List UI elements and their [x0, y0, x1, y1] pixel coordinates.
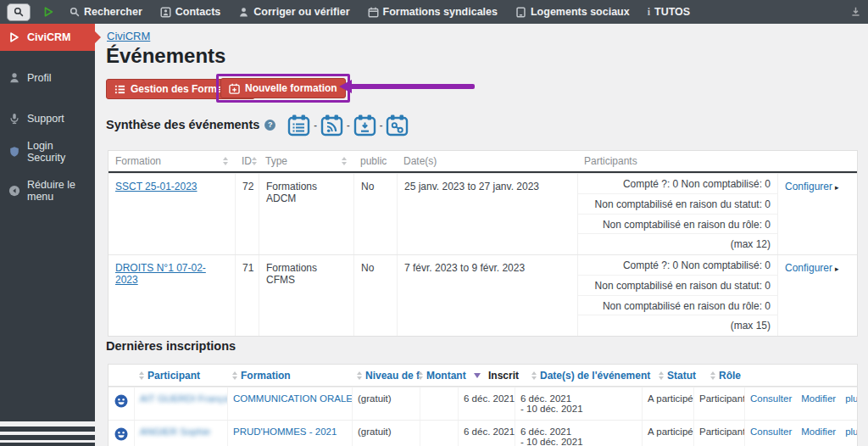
download-icon[interactable]: [850, 5, 861, 20]
registration-formation-link[interactable]: COMMUNICATION ORALE - 2021: [233, 393, 352, 404]
search-icon: [70, 7, 80, 17]
menu-item-label: Formations syndicales: [383, 6, 498, 18]
sort-icon: [357, 371, 362, 380]
main-content: CiviCRM Événements Gestion des Formation…: [95, 24, 868, 446]
col-header-dates[interactable]: Date(s): [397, 151, 577, 171]
participant-name-link[interactable]: AIT GUERDI Françoise: [140, 393, 227, 404]
registration-row: ANGIER Sophie PRUD'HOMMES - 2021 (gratui…: [108, 420, 857, 446]
col-header-formation[interactable]: Formation: [227, 370, 352, 382]
registrations-table: Participant Formation Niveau de frais Mo…: [108, 364, 858, 446]
calendar-link-icon[interactable]: [386, 114, 409, 137]
amount: [420, 387, 458, 420]
col-header-registered[interactable]: Inscrit: [470, 370, 526, 382]
calendar-icon: [368, 7, 379, 18]
avatar-icon: [114, 394, 128, 408]
contact-avatar[interactable]: [108, 387, 134, 420]
more-link[interactable]: plus: [845, 393, 857, 404]
participant-name-link[interactable]: ANGIER Sophie: [140, 426, 210, 437]
participation-status: A participé: [642, 387, 693, 420]
search-button[interactable]: [7, 3, 31, 21]
menu-item-rechercher[interactable]: Rechercher: [70, 6, 142, 18]
sort-icon: [659, 371, 664, 380]
contacts-icon: [160, 7, 171, 18]
event-dates: 6 déc. 2021 - 10 déc. 2021: [515, 387, 642, 420]
sort-icon: [418, 371, 423, 380]
view-link[interactable]: Consulter: [750, 393, 792, 404]
configure-link[interactable]: Configurer: [785, 181, 832, 192]
menu-item-logements[interactable]: Logements sociaux: [515, 6, 630, 18]
event-link[interactable]: SSCT 25-01-2023: [115, 181, 198, 192]
event-type: Formations CFMS: [259, 255, 353, 336]
menu-item-formations[interactable]: Formations syndicales: [368, 6, 498, 18]
sort-icon: [232, 371, 237, 380]
sidebar-item-civicrm[interactable]: CiviCRM: [0, 24, 95, 51]
col-header-fee-level[interactable]: Niveau de frais: [352, 370, 420, 382]
page-title: Événements: [106, 44, 225, 68]
event-public: No: [353, 255, 397, 336]
menu-item-tutos[interactable]: i TUTOS: [648, 6, 690, 19]
new-formation-label: Nouvelle formation: [245, 82, 337, 94]
contact-avatar[interactable]: [108, 421, 134, 446]
event-link[interactable]: DROITS N°1 07-02-2023: [115, 262, 206, 286]
participant-role: Participant: [693, 421, 744, 446]
participants-counted: Compté ?: 0 Non comptabilisé: 0: [578, 255, 777, 276]
calendar-download-icon[interactable]: [353, 114, 376, 137]
site-logo-icon[interactable]: [42, 6, 54, 18]
topbar-menu: Rechercher Contacts Corriger ou vérifier…: [70, 6, 690, 19]
collapse-arrow-icon: [8, 185, 20, 197]
col-header-status[interactable]: Statut: [654, 370, 705, 382]
sidebar-item-label: CiviCRM: [27, 31, 70, 43]
edit-link[interactable]: Modifier: [801, 426, 836, 437]
breadcrumb[interactable]: CiviCRM: [107, 30, 150, 42]
registrations-heading: Dernières inscriptions: [106, 339, 236, 353]
new-formation-button[interactable]: Nouvelle formation: [220, 78, 346, 98]
menu-item-label: Contacts: [175, 6, 220, 18]
user-icon: [238, 7, 249, 18]
list-table-icon: [114, 84, 125, 95]
col-header-event-dates[interactable]: Date(s) de l'événement: [526, 370, 654, 382]
user-icon: [8, 72, 20, 84]
registered-date: 6 déc. 2021: [458, 387, 515, 420]
event-participants: Compté ?: 0 Non comptabilisé: 0 Non comp…: [577, 174, 777, 254]
sidebar-item-support[interactable]: Support: [0, 105, 95, 132]
shield-icon: [8, 146, 20, 158]
sort-desc-icon: [474, 373, 481, 378]
col-header-formation[interactable]: Formation: [108, 151, 235, 171]
calendar-rss-icon[interactable]: [320, 114, 343, 137]
col-header-id[interactable]: ID: [235, 151, 259, 171]
info-icon: i: [648, 6, 650, 19]
calendar-list-icon[interactable]: [287, 114, 310, 137]
edit-link[interactable]: Modifier: [801, 393, 836, 404]
menu-item-contacts[interactable]: Contacts: [160, 6, 220, 18]
annotation-arrow: [339, 80, 475, 93]
menu-item-label: TUTOS: [654, 6, 690, 18]
col-header-amount[interactable]: Montant: [413, 370, 470, 382]
more-link[interactable]: plus: [845, 426, 857, 437]
sidebar-item-profil[interactable]: Profil: [0, 64, 95, 92]
participants-role: Non comptabilisé en raison du rôle: 0: [578, 296, 777, 316]
menu-item-label: Rechercher: [84, 6, 142, 18]
sidebar-item-collapse-menu[interactable]: Réduire le menu: [0, 171, 95, 210]
col-header-participant[interactable]: Participant: [134, 370, 227, 382]
col-header-public[interactable]: public: [353, 151, 397, 171]
menu-item-corriger[interactable]: Corriger ou vérifier: [238, 6, 349, 18]
col-header-type[interactable]: Type: [259, 151, 353, 171]
event-row: SSCT 25-01-2023 72 Formations ADCM No 25…: [108, 173, 857, 254]
registrations-table-header: Participant Formation Niveau de frais Mo…: [108, 365, 857, 387]
configure-link[interactable]: Configurer: [785, 262, 832, 274]
help-icon[interactable]: ?: [264, 120, 275, 131]
menu-item-label: Corriger ou vérifier: [253, 6, 349, 18]
view-link[interactable]: Consulter: [750, 426, 792, 437]
registration-formation-link[interactable]: PRUD'HOMMES - 2021: [233, 426, 337, 437]
calendar-plus-icon: [229, 83, 240, 94]
event-icons: - - -: [287, 114, 409, 137]
event-dates: 6 déc. 2021 - 10 déc. 2021: [515, 421, 642, 446]
sort-icon: [531, 371, 537, 380]
event-type: Formations ADCM: [259, 174, 353, 254]
participants-status: Non comptabilisé en raison du statut: 0: [578, 276, 777, 296]
event-id: 72: [235, 174, 259, 254]
row-actions: Consulter Modifier plus▸: [744, 421, 857, 446]
sidebar-item-login-security[interactable]: Login Security: [0, 132, 95, 171]
col-header-role[interactable]: Rôle: [705, 370, 756, 382]
participants-max: (max 15): [578, 315, 777, 336]
